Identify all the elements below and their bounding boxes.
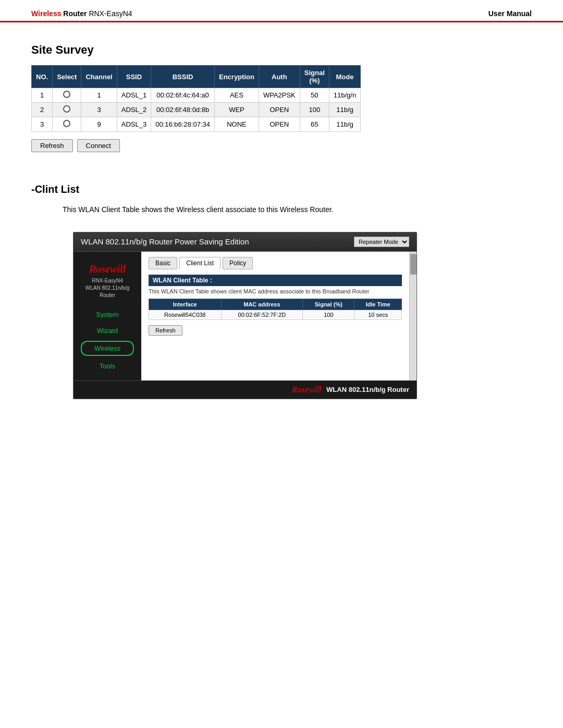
clint-list-section: -Clint List This WLAN Client Table shows… xyxy=(31,183,532,399)
col-mode: Mode xyxy=(329,66,360,88)
cell-signal: 50 xyxy=(300,88,329,103)
client-cell-signal: 100 xyxy=(303,310,354,319)
cell-encryption: NONE xyxy=(214,117,259,132)
brand-wireless: Wireless xyxy=(31,9,61,18)
cell-auth: WPA2PSK xyxy=(259,88,300,103)
tab-policy[interactable]: Policy xyxy=(223,257,253,269)
router-sidebar: Rosewill RNX-EasyN4 WLAN 802.11n/b/g Rou… xyxy=(74,252,141,380)
router-title-sub: Power Saving Edition xyxy=(175,237,249,246)
client-col-signal: Signal (%) xyxy=(303,299,354,310)
client-col-idle: Idle Time xyxy=(354,299,402,310)
router-ui-mockup: WLAN 802.11n/b/g Router Power Saving Edi… xyxy=(73,232,417,399)
site-survey-section: Site Survey NO. Select Channel SSID BSSI… xyxy=(31,43,532,152)
col-auth: Auth xyxy=(259,66,300,88)
clint-list-title: -Clint List xyxy=(31,183,532,195)
scrollbar-thumb[interactable] xyxy=(410,254,417,275)
survey-table: NO. Select Channel SSID BSSID Encryption… xyxy=(31,65,361,132)
sidebar-item-system[interactable]: System xyxy=(74,306,141,323)
router-tabs: Basic Client List Policy xyxy=(149,257,402,269)
tab-basic[interactable]: Basic xyxy=(149,257,177,269)
col-signal: Signal(%) xyxy=(300,66,329,88)
sidebar-item-wizard[interactable]: Wizard xyxy=(74,323,141,339)
tab-client-list[interactable]: Client List xyxy=(179,257,221,269)
wlan-table-header: WLAN Client Table : xyxy=(149,275,402,286)
cell-bssid: 00:02:6f:48:0d:8b xyxy=(151,103,215,117)
router-title: WLAN 802.11n/b/g Router Power Saving Edi… xyxy=(81,237,249,246)
client-table-header: Interface MAC address Signal (%) Idle Ti… xyxy=(149,299,402,310)
site-survey-title: Site Survey xyxy=(31,43,532,57)
sidebar-item-wireless[interactable]: Wireless xyxy=(81,341,134,356)
table-row: 1 1 ADSL_1 00:02:6f:4c:64:a0 AES WPA2PSK… xyxy=(32,88,361,103)
cell-ssid: ADSL_3 xyxy=(117,117,151,132)
clint-list-desc: This WLAN Client Table shows the Wireles… xyxy=(63,204,532,216)
connect-button[interactable]: Connect xyxy=(77,139,120,152)
cell-bssid: 00:16:b6:28:07:34 xyxy=(151,117,215,132)
table-row: Rosewill54C038 00:02:6F:52:7F:2D 100 10 … xyxy=(149,310,402,319)
client-col-interface: Interface xyxy=(149,299,222,310)
cell-channel: 9 xyxy=(81,117,117,132)
cell-ssid: ADSL_1 xyxy=(117,88,151,103)
page-header: Wireless Router RNX-EasyN4 User Manual xyxy=(0,0,563,22)
brand-router: Router xyxy=(63,9,89,18)
col-bssid: BSSID xyxy=(151,66,215,88)
sidebar-rosewill-logo: Rosewill xyxy=(78,263,137,275)
cell-channel: 3 xyxy=(81,103,117,117)
router-ui-header: WLAN 802.11n/b/g Router Power Saving Edi… xyxy=(74,232,417,252)
cell-no: 1 xyxy=(32,88,53,103)
header-manual: User Manual xyxy=(488,9,532,18)
cell-auth: OPEN xyxy=(259,117,300,132)
survey-button-row: Refresh Connect xyxy=(31,139,532,152)
cell-mode: 11b/g/n xyxy=(329,88,360,103)
sidebar-logo-area: Rosewill RNX-EasyN4 WLAN 802.11n/b/g Rou… xyxy=(74,258,141,306)
cell-select[interactable] xyxy=(53,117,81,132)
survey-table-header-row: NO. Select Channel SSID BSSID Encryption… xyxy=(32,66,361,88)
header-brand: Wireless Router RNX-EasyN4 xyxy=(31,9,132,18)
table-row: 3 9 ADSL_3 00:16:b6:28:07:34 NONE OPEN 6… xyxy=(32,117,361,132)
cell-mode: 11b/g xyxy=(329,103,360,117)
footer-rosewill-logo: Rosewill xyxy=(292,385,321,394)
cell-encryption: WEP xyxy=(214,103,259,117)
mode-select[interactable]: Repeater Mode xyxy=(354,237,409,247)
footer-model: WLAN 802.11n/b/g Router xyxy=(326,386,409,393)
col-no: NO. xyxy=(32,66,53,88)
cell-signal: 100 xyxy=(300,103,329,117)
client-cell-mac: 00:02:6F:52:7F:2D xyxy=(221,310,303,319)
client-cell-idle: 10 secs xyxy=(354,310,402,319)
wlan-description: This WLAN Client Table shows client MAC … xyxy=(149,288,402,294)
col-encryption: Encryption xyxy=(214,66,259,88)
col-channel: Channel xyxy=(81,66,117,88)
sidebar-device-name: RNX-EasyN4 WLAN 802.11n/b/g Router xyxy=(78,277,137,299)
cell-channel: 1 xyxy=(81,88,117,103)
col-ssid: SSID xyxy=(117,66,151,88)
router-ui-body: Rosewill RNX-EasyN4 WLAN 802.11n/b/g Rou… xyxy=(74,252,417,380)
table-row: 2 3 ADSL_2 00:02:6f:48:0d:8b WEP OPEN 10… xyxy=(32,103,361,117)
col-select: Select xyxy=(53,66,81,88)
cell-mode: 11b/g xyxy=(329,117,360,132)
scrollbar[interactable] xyxy=(409,252,417,380)
client-cell-interface: Rosewill54C038 xyxy=(149,310,222,319)
main-content: Site Survey NO. Select Channel SSID BSSI… xyxy=(0,22,563,420)
client-col-mac: MAC address xyxy=(221,299,303,310)
router-title-main: WLAN 802.11n/b/g Router xyxy=(81,237,173,246)
refresh-button[interactable]: Refresh xyxy=(31,139,73,152)
cell-no: 3 xyxy=(32,117,53,132)
brand-model: RNX-EasyN4 xyxy=(89,9,132,18)
cell-auth: OPEN xyxy=(259,103,300,117)
cell-ssid: ADSL_2 xyxy=(117,103,151,117)
cell-encryption: AES xyxy=(214,88,259,103)
cell-no: 2 xyxy=(32,103,53,117)
cell-select[interactable] xyxy=(53,103,81,117)
router-ui-footer: Rosewill WLAN 802.11n/b/g Router xyxy=(74,380,417,399)
router-refresh-button[interactable]: Refresh xyxy=(149,325,182,336)
client-table: Interface MAC address Signal (%) Idle Ti… xyxy=(149,299,402,320)
router-main-panel: Basic Client List Policy WLAN Client Tab… xyxy=(141,252,409,380)
cell-select[interactable] xyxy=(53,88,81,103)
cell-signal: 65 xyxy=(300,117,329,132)
sidebar-item-tools[interactable]: Tools xyxy=(74,358,141,374)
cell-bssid: 00:02:6f:4c:64:a0 xyxy=(151,88,215,103)
